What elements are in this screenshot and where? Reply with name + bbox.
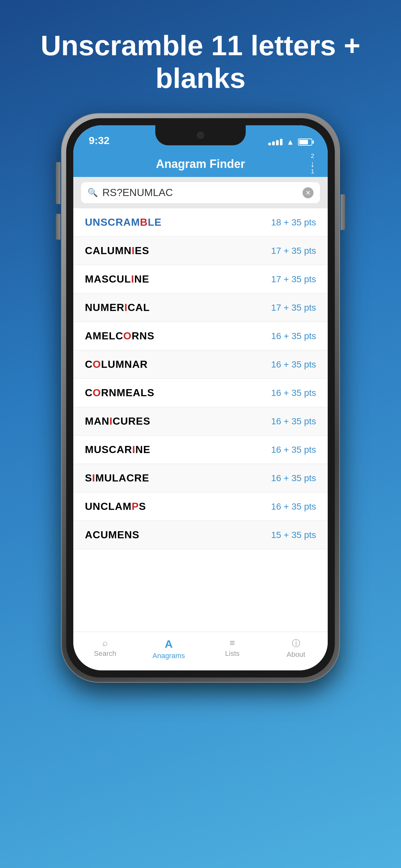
- points-simulacre: 16 + 35 pts: [271, 473, 316, 484]
- nav-title: Anagram Finder: [156, 157, 245, 171]
- phone-inner: 9:32 ▲: [66, 118, 335, 678]
- mute-button: [56, 162, 60, 180]
- tab-about-label: About: [287, 650, 305, 659]
- table-row[interactable]: AMELCORNS 16 + 35 pts: [73, 322, 328, 350]
- points-numerical: 17 + 35 pts: [271, 303, 316, 313]
- volume-up-button: [56, 178, 60, 204]
- volume-down-button: [56, 214, 60, 240]
- word-simulacre: SIMULACRE: [85, 472, 149, 484]
- word-columnar: COLUMNAR: [85, 359, 148, 370]
- signal-dot-4: [280, 139, 282, 145]
- search-bar[interactable]: 🔍 RS?ENUMLAC ✕: [81, 182, 320, 203]
- clear-button[interactable]: ✕: [303, 187, 313, 198]
- signal-icon: [268, 139, 282, 145]
- word-manicures: MANICURES: [85, 415, 150, 427]
- tab-anagrams[interactable]: A Anagrams: [137, 635, 201, 662]
- status-time: 9:32: [89, 135, 110, 147]
- word-amelcorns: AMELCORNS: [85, 330, 154, 342]
- table-row[interactable]: COLUMNAR 16 + 35 pts: [73, 350, 328, 379]
- table-row[interactable]: CALUMNIES 17 + 35 pts: [73, 237, 328, 265]
- power-button: [341, 194, 345, 230]
- table-row[interactable]: MUSCARINE 16 + 35 pts: [73, 436, 328, 464]
- sort-button[interactable]: 2 ↓ 1: [310, 153, 315, 175]
- points-columnar: 16 + 35 pts: [271, 360, 316, 370]
- word-muscarine: MUSCARINE: [85, 444, 150, 456]
- phone-screen: 9:32 ▲: [73, 125, 328, 671]
- tab-about[interactable]: ⓘ About: [264, 635, 328, 661]
- points-masculine: 17 + 35 pts: [271, 274, 316, 284]
- points-amelcorns: 16 + 35 pts: [271, 331, 316, 341]
- lists-tab-icon: ≡: [229, 638, 235, 648]
- signal-dot-3: [276, 140, 279, 145]
- tab-lists[interactable]: ≡ Lists: [201, 635, 264, 660]
- table-row[interactable]: MASCULINE 17 + 35 pts: [73, 265, 328, 293]
- table-row[interactable]: CORNMEALS 16 + 35 pts: [73, 379, 328, 407]
- notch: [155, 125, 246, 145]
- points-unscramble: 18 + 35 pts: [271, 217, 316, 228]
- word-numerical: NUMERICAL: [85, 302, 150, 314]
- phone-wrapper: 9:32 ▲: [62, 114, 339, 792]
- table-row[interactable]: UNCLAMPS 16 + 35 pts: [73, 492, 328, 521]
- search-icon: 🔍: [88, 188, 98, 197]
- search-input[interactable]: RS?ENUMLAC: [102, 187, 298, 198]
- wifi-icon: ▲: [286, 137, 294, 147]
- tab-lists-label: Lists: [225, 649, 240, 658]
- results-list: UNSCRAMBLE 18 + 35 pts CALUMNIES 17 + 35…: [73, 208, 328, 631]
- search-container: 🔍 RS?ENUMLAC ✕: [73, 177, 328, 208]
- nav-bar: Anagram Finder 2 ↓ 1: [73, 151, 328, 177]
- status-icons: ▲: [268, 137, 312, 147]
- points-calumnies: 17 + 35 pts: [271, 246, 316, 256]
- word-calumnies: CALUMNIES: [85, 245, 149, 257]
- signal-dot-1: [268, 143, 271, 145]
- about-tab-icon: ⓘ: [292, 638, 300, 649]
- signal-dot-2: [272, 142, 275, 145]
- table-row[interactable]: SIMULACRE 16 + 35 pts: [73, 464, 328, 492]
- tab-search-label: Search: [94, 649, 117, 658]
- word-masculine: MASCULINE: [85, 273, 149, 285]
- anagrams-tab-icon: A: [165, 638, 173, 650]
- table-row[interactable]: MANICURES 16 + 35 pts: [73, 407, 328, 436]
- sort-icon: 2 ↓ 1: [310, 153, 315, 175]
- table-row[interactable]: ACUMENS 15 + 35 pts: [73, 521, 328, 549]
- word-cornmeals: CORNMEALS: [85, 387, 154, 399]
- battery-icon: [298, 138, 312, 146]
- phone-frame: 9:32 ▲: [62, 114, 339, 682]
- tab-bar: ⌕ Search A Anagrams ≡ Lists ⓘ About: [73, 631, 328, 671]
- word-acumens: ACUMENS: [85, 529, 140, 541]
- points-unclamps: 16 + 35 pts: [271, 501, 316, 512]
- word-unclamps: UNCLAMPS: [85, 500, 146, 513]
- battery-fill: [299, 140, 308, 144]
- points-muscarine: 16 + 35 pts: [271, 445, 316, 455]
- points-acumens: 15 + 35 pts: [271, 530, 316, 540]
- tab-anagrams-label: Anagrams: [152, 652, 185, 660]
- points-manicures: 16 + 35 pts: [271, 416, 316, 427]
- points-cornmeals: 16 + 35 pts: [271, 388, 316, 398]
- hero-text: Unscramble 11 letters +blanks: [15, 29, 387, 94]
- front-camera: [197, 132, 204, 139]
- tab-search[interactable]: ⌕ Search: [73, 635, 137, 660]
- search-tab-icon: ⌕: [102, 638, 108, 648]
- table-row[interactable]: UNSCRAMBLE 18 + 35 pts: [73, 208, 328, 237]
- table-row[interactable]: NUMERICAL 17 + 35 pts: [73, 293, 328, 322]
- word-unscramble: UNSCRAMBLE: [85, 216, 162, 228]
